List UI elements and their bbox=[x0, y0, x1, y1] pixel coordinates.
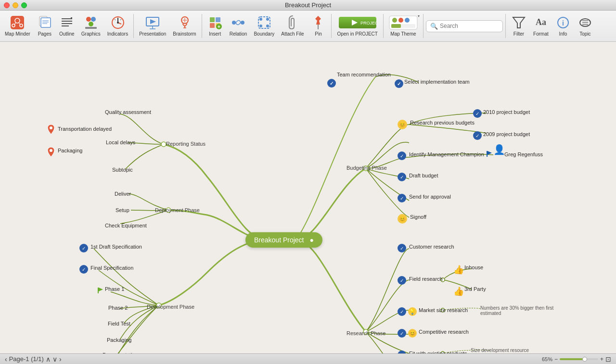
maximize-button[interactable] bbox=[21, 2, 27, 8]
zoom-slider[interactable] bbox=[560, 358, 598, 360]
brainstorm-label: Brainstorm bbox=[173, 31, 196, 37]
svg-point-66 bbox=[363, 329, 368, 334]
toolbar-indicators[interactable]: Indicators bbox=[104, 12, 131, 40]
toolbar-topic[interactable]: Topic bbox=[575, 12, 596, 40]
node-2009-budget-icon: ✓ bbox=[473, 131, 482, 140]
svg-rect-0 bbox=[11, 16, 24, 29]
filter-icon bbox=[512, 15, 526, 30]
svg-rect-55 bbox=[391, 24, 401, 28]
maptheme-label: Map Theme bbox=[390, 31, 416, 37]
svg-point-21 bbox=[117, 22, 119, 24]
next-page-button[interactable]: › bbox=[59, 355, 62, 363]
format-label: Format bbox=[533, 31, 549, 37]
page-up-button[interactable]: ∧ bbox=[46, 355, 51, 363]
node-3rdparty-icon: 👍 bbox=[453, 286, 464, 297]
toolbar-graphics[interactable]: Graphics bbox=[78, 12, 103, 40]
window-title: Breakout Project bbox=[285, 1, 331, 9]
search-input[interactable] bbox=[440, 23, 498, 29]
toolbar-maptheme[interactable]: Map Theme ▾ bbox=[386, 12, 421, 40]
svg-marker-79 bbox=[488, 151, 492, 155]
node-market-check: ✓ bbox=[398, 307, 406, 316]
search-icon: 🔍 bbox=[430, 23, 438, 30]
indicators-label: Indicators bbox=[107, 31, 128, 37]
toolbar-attachfile[interactable]: Attach File bbox=[278, 12, 307, 40]
toolbar-format[interactable]: Aa Format bbox=[530, 12, 552, 40]
svg-point-39 bbox=[232, 21, 236, 25]
zoom-in-button[interactable]: + bbox=[600, 356, 603, 363]
toolbar-mapminder[interactable]: Map Minder bbox=[2, 12, 33, 40]
mindmap-svg bbox=[0, 42, 616, 364]
bottombar: ‹ Page-1 (1/1) ∧ ∨ › 65% − + ⊡ bbox=[0, 353, 616, 364]
svg-point-45 bbox=[266, 25, 269, 27]
toolbar-presentation[interactable]: Presentation bbox=[136, 12, 169, 40]
svg-point-75 bbox=[50, 149, 52, 152]
insert-icon: + bbox=[208, 16, 222, 29]
svg-point-43 bbox=[266, 18, 269, 21]
svg-marker-77 bbox=[99, 288, 103, 291]
node-competitive-smiley: 😊 bbox=[408, 329, 417, 338]
node-draft-budget-check: ✓ bbox=[398, 173, 406, 181]
info-icon: i bbox=[556, 15, 570, 30]
svg-rect-35 bbox=[210, 23, 215, 28]
outline-icon bbox=[60, 16, 74, 29]
svg-point-52 bbox=[398, 18, 403, 23]
toolbar-info[interactable]: i Info bbox=[552, 12, 574, 40]
node-person-icon: 👤 bbox=[493, 144, 505, 155]
format-icon: Aa bbox=[534, 15, 548, 30]
node-1st-draft-icon: ✓ bbox=[79, 244, 88, 252]
toolbar-brainstorm[interactable]: Brainstorm bbox=[170, 12, 199, 40]
mapminder-icon bbox=[10, 15, 25, 30]
graphics-icon bbox=[84, 15, 98, 30]
titlebar: Breakout Project bbox=[0, 0, 616, 11]
mapminder-label: Map Minder bbox=[5, 31, 30, 37]
fit-view-button[interactable]: ⊡ bbox=[605, 355, 611, 363]
svg-line-22 bbox=[115, 19, 116, 20]
svg-marker-56 bbox=[513, 17, 525, 28]
topic-label: Topic bbox=[579, 31, 590, 37]
zoom-thumb[interactable] bbox=[582, 357, 587, 362]
svg-point-70 bbox=[441, 278, 445, 282]
svg-point-69 bbox=[156, 303, 161, 308]
brainstorm-icon bbox=[178, 15, 192, 30]
node-transportation-icon bbox=[46, 124, 56, 138]
toolbar-boundary[interactable]: Boundary bbox=[251, 12, 277, 40]
node-select-impl-icon: ✓ bbox=[395, 79, 403, 88]
node-competitive-check: ✓ bbox=[398, 329, 406, 338]
graphics-label: Graphics bbox=[81, 31, 101, 37]
svg-point-42 bbox=[259, 18, 262, 21]
svg-point-71 bbox=[441, 308, 445, 312]
close-button[interactable] bbox=[4, 2, 10, 8]
prev-page-button[interactable]: ‹ bbox=[5, 355, 7, 363]
indicators-icon bbox=[111, 15, 125, 30]
toolbar-relation[interactable]: Relation bbox=[227, 12, 250, 40]
svg-rect-15 bbox=[71, 17, 72, 19]
mindmap-canvas[interactable]: Breakout Project ● Team recommendation ✓… bbox=[0, 42, 616, 364]
svg-rect-34 bbox=[216, 17, 220, 22]
zoom-label: 65% bbox=[542, 356, 552, 362]
node-mgmt-champion-check: ✓ bbox=[398, 151, 406, 160]
svg-point-68 bbox=[166, 208, 171, 213]
openproject-label: Open in PROJECT bbox=[337, 31, 377, 37]
svg-point-51 bbox=[392, 18, 397, 23]
page-navigation: ‹ Page-1 (1/1) ∧ ∨ › bbox=[5, 355, 62, 363]
toolbar-openproject[interactable]: PROJECT Open in PROJECT bbox=[334, 12, 380, 40]
node-phase1-flag bbox=[96, 287, 104, 296]
svg-point-16 bbox=[86, 17, 91, 22]
toolbar-pages[interactable]: Pages bbox=[34, 12, 55, 40]
page-down-button[interactable]: ∨ bbox=[52, 355, 57, 363]
svg-point-40 bbox=[241, 21, 244, 25]
outline-label: Outline bbox=[59, 31, 75, 37]
minimize-button[interactable] bbox=[13, 2, 18, 8]
info-label: Info bbox=[559, 31, 567, 37]
zoom-out-button[interactable]: − bbox=[554, 356, 558, 363]
toolbar-insert[interactable]: + Insert bbox=[205, 12, 226, 40]
pages-label: Pages bbox=[38, 31, 51, 37]
toolbar-pin[interactable]: Pin bbox=[308, 12, 329, 40]
node-inhouse-icon: 👍 bbox=[453, 264, 464, 275]
toolbar-outline[interactable]: Outline bbox=[56, 12, 77, 40]
boundary-label: Boundary bbox=[254, 31, 274, 37]
node-final-spec-icon: ✓ bbox=[79, 265, 88, 274]
insert-label: Insert bbox=[209, 31, 221, 37]
toolbar-filter[interactable]: Filter bbox=[508, 12, 529, 40]
svg-point-65 bbox=[363, 166, 368, 171]
